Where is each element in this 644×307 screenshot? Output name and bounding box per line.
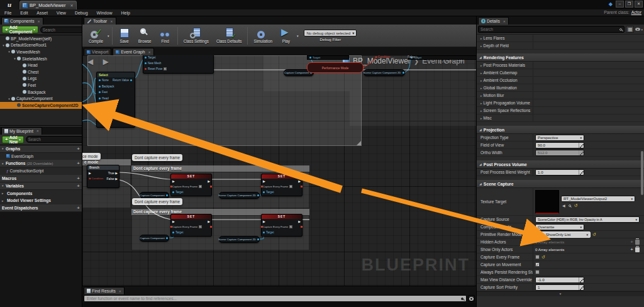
category-scene-capture[interactable]: ◢Scene Capture	[477, 180, 644, 188]
add-icon[interactable]: +	[77, 183, 80, 189]
dropdown-capture-source[interactable]: SceneColor (HDR) in RGB, Inv Opacity in …	[535, 216, 640, 223]
expander-icon[interactable]: ▸	[2, 199, 6, 203]
data-pin[interactable]	[99, 115, 101, 117]
spinbox-field-of-view[interactable]: 90.0	[535, 142, 584, 148]
add-new-button[interactable]: + Add New ▾	[2, 136, 24, 143]
set-node[interactable]: SET▶▶Capture Every Frame✓Target	[170, 214, 212, 237]
close-icon[interactable]: ✕	[110, 20, 113, 23]
expander-icon[interactable]: ▸	[480, 64, 482, 67]
close-icon[interactable]: ✕	[148, 50, 151, 54]
tab-my-blueprint[interactable]: My Blueprint ✕	[1, 127, 42, 135]
component-tree-row[interactable]: Chest	[0, 69, 82, 75]
spin-grip-icon[interactable]	[579, 170, 584, 175]
find-in-blueprints-button[interactable]	[468, 295, 475, 302]
toolbar-button-browse[interactable]: Browse	[135, 25, 155, 47]
return-value-pin[interactable]: Return Value	[113, 79, 133, 82]
close-icon[interactable]: ✕	[503, 20, 506, 23]
details-search-input[interactable]	[480, 27, 619, 31]
property-matrix-button[interactable]: ▦	[626, 26, 634, 33]
checkbox-always-persist-rendering-stat[interactable]	[535, 270, 540, 274]
section-variables[interactable]: ▾Variables+	[0, 182, 82, 190]
checkbox[interactable]	[199, 185, 202, 188]
select-node[interactable]: SelectNoneBackpackFeetHeadChestLegsIndex…	[96, 72, 135, 128]
parent-class-link[interactable]: Actor	[631, 10, 641, 14]
expander-icon[interactable]: ▸	[480, 94, 482, 98]
data-pin[interactable]	[145, 68, 147, 70]
add-icon[interactable]: +	[77, 176, 80, 181]
toolbar-button-simulation[interactable]: Simulation	[250, 25, 275, 47]
expander-icon[interactable]: ▸	[2, 191, 6, 195]
toolbar-button-find[interactable]: Find	[155, 25, 175, 47]
close-button[interactable]: ✕	[635, 1, 643, 8]
component-tree-row[interactable]: Legs	[0, 75, 82, 82]
data-pin[interactable]	[257, 238, 259, 240]
add-element-icon[interactable]: +	[630, 247, 633, 252]
tab-find-results[interactable]: Find Results ✕	[84, 287, 125, 294]
texture-thumbnail[interactable]	[535, 190, 559, 214]
exec-in-pin[interactable]: ▶	[172, 220, 175, 223]
data-pin[interactable]	[99, 79, 101, 81]
app-tab[interactable]: BP_ModelViewer ✕	[19, 1, 77, 9]
target-pin[interactable]	[172, 191, 174, 193]
data-pin[interactable]	[402, 72, 404, 74]
variable-pill[interactable]: Capture Component	[140, 235, 169, 242]
section-macros[interactable]: Macros+	[0, 175, 82, 182]
exec-out-pin[interactable]: ▶	[208, 179, 210, 183]
reset-icon[interactable]: ↺	[592, 232, 596, 237]
menu-view[interactable]: View	[52, 11, 70, 15]
variable-pill[interactable]: Scene Capture Component 2D	[364, 69, 405, 76]
checkbox[interactable]	[289, 185, 292, 188]
close-icon[interactable]: ✕	[36, 129, 39, 133]
data-pin[interactable]	[99, 103, 101, 105]
spin-grip-icon[interactable]	[579, 143, 584, 148]
spin-grip-icon[interactable]	[579, 277, 584, 282]
group-model-viewer-settings[interactable]: ▸Model Viewer Settings	[0, 197, 82, 204]
data-pin[interactable]	[99, 109, 101, 111]
exec-in-pin[interactable]: ▶	[263, 179, 265, 183]
find-results-input[interactable]	[87, 296, 461, 301]
expander-icon[interactable]: ▸	[480, 116, 482, 120]
chevron-down-icon[interactable]: ▾	[108, 34, 109, 38]
data-pin[interactable]	[309, 57, 311, 59]
category-post-process-volume[interactable]: ◢Post Process Volume	[477, 160, 644, 169]
minimize-button[interactable]: –	[616, 1, 624, 8]
add-element-icon[interactable]: +	[630, 239, 633, 245]
component-tree-row[interactable]: ▾SkeletalMesh	[0, 55, 82, 62]
expander-icon[interactable]: ▾	[13, 57, 17, 60]
component-tree-row[interactable]: Backpack	[0, 89, 82, 96]
close-icon[interactable]: ✕	[70, 3, 73, 8]
expander-icon[interactable]: ▸	[480, 36, 482, 40]
spinbox-max-view-distance-override[interactable]: -1.0	[535, 277, 584, 283]
add-icon[interactable]: +	[77, 160, 80, 166]
checkbox-capture-on-movement[interactable]: ✓	[535, 262, 540, 267]
data-pin[interactable]	[166, 237, 168, 239]
toolbar-button-class-settings[interactable]: Class Settings	[180, 25, 213, 47]
expander-icon[interactable]: ▸	[480, 79, 482, 82]
set-node[interactable]: SET▶▶Capture Every FrameTarget	[261, 174, 303, 196]
toolbar-button-class-defaults[interactable]: ✓Class Defaults	[213, 25, 246, 47]
variable-pill[interactable]: Scene Capture Component 2D	[219, 236, 260, 243]
expander-icon[interactable]: ▾	[7, 50, 11, 53]
item-eventgraph[interactable]: EventGraph	[0, 153, 82, 160]
expander-icon[interactable]: ▸	[480, 71, 482, 75]
clear-array-icon[interactable]	[635, 247, 640, 252]
variable-pill[interactable]: Scene Capture Component 2D	[219, 192, 260, 199]
toolbar-button-play[interactable]: ▶Play	[276, 25, 296, 47]
expander-icon[interactable]: ▸	[480, 44, 482, 48]
toolbar-button-compile[interactable]: ✓Compile	[85, 25, 107, 47]
section-graphs[interactable]: ▾Graphs+	[0, 145, 82, 153]
data-pin[interactable]	[145, 57, 147, 59]
target-pin[interactable]	[172, 232, 174, 233]
tab-details[interactable]: i Details ✕	[478, 17, 509, 25]
category-projection[interactable]: ◢Projection	[477, 126, 644, 134]
exec-out-pin[interactable]: ▶	[298, 179, 301, 183]
spinbox-post-process-blend-weight[interactable]: 1.0	[535, 169, 584, 176]
spin-grip-icon[interactable]	[579, 150, 584, 155]
my-blueprint-search-input[interactable]	[28, 137, 84, 142]
tab-components[interactable]: Components ✕	[1, 17, 43, 25]
spinbox-ortho-width[interactable]: 512.0	[535, 150, 584, 156]
section-functions[interactable]: ▾Functions(20 Overridable)+	[0, 160, 82, 167]
category-rendering-features[interactable]: ◢Rendering Features	[477, 53, 644, 62]
expander-icon[interactable]: ▸	[480, 101, 482, 105]
restore-button[interactable]: ❐	[625, 1, 633, 8]
